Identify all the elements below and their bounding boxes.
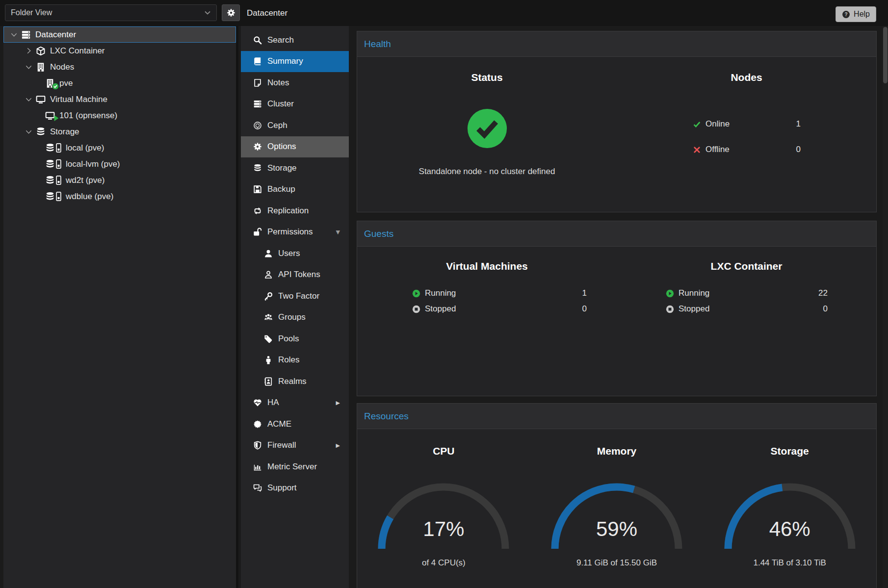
- play-circle-icon: [666, 289, 674, 298]
- running-label: Running: [425, 288, 456, 298]
- resources-panel-title: Resources: [357, 404, 876, 429]
- tree-item-wd2t[interactable]: wd2t (pve): [3, 172, 236, 188]
- nav-item-options[interactable]: Options: [241, 136, 349, 158]
- cpu-gauge: CPU 17% of 4 CPU(s): [357, 429, 530, 568]
- search-icon: [253, 36, 262, 45]
- nav-item-notes[interactable]: Notes: [241, 72, 349, 94]
- tree-item-virtual-machine[interactable]: Virtual Machine: [3, 91, 236, 107]
- storage-heading: Storage: [771, 445, 809, 457]
- comments-icon: [253, 484, 262, 492]
- tree-item-101-opnsense[interactable]: 101 (opnsense): [3, 107, 236, 124]
- hard-drive-icon: [56, 192, 61, 201]
- nav-item-groups[interactable]: Groups: [241, 307, 349, 329]
- lxc-stopped-row: Stopped 0: [666, 303, 828, 315]
- nodes-online-row: Online 1: [693, 117, 801, 131]
- memory-usage-percent: 59%: [548, 517, 685, 541]
- caret-down-icon[interactable]: [25, 63, 32, 71]
- nav-item-metric-server[interactable]: Metric Server: [241, 456, 349, 478]
- nav-item-ha[interactable]: HA ▶: [241, 392, 349, 414]
- scrollbar-thumb[interactable]: [883, 27, 888, 83]
- nav-item-summary[interactable]: Summary: [241, 51, 349, 73]
- caret-right-icon: ▶: [336, 400, 340, 406]
- stopped-label: Stopped: [425, 304, 456, 314]
- health-panel-title: Health: [357, 31, 876, 57]
- nav-item-api-tokens[interactable]: API Tokens: [241, 264, 349, 286]
- tree-item-pve[interactable]: pve: [3, 75, 236, 91]
- tree-item-label: Datacenter: [35, 30, 76, 40]
- status-heading: Status: [471, 72, 502, 83]
- hard-drive-icon: [56, 159, 61, 169]
- floppy-icon: [253, 185, 262, 194]
- tree-item-label: wdblue (pve): [66, 192, 113, 202]
- tree-item-lxc-container[interactable]: LXC Container: [3, 43, 236, 59]
- tree-item-local-lvm[interactable]: local-lvm (pve): [3, 156, 236, 172]
- gear-icon: [253, 142, 262, 151]
- tree-item-wdblue[interactable]: wdblue (pve): [3, 188, 236, 205]
- nav-item-users[interactable]: Users: [241, 243, 349, 264]
- nav-item-firewall[interactable]: Firewall ▶: [241, 435, 349, 457]
- user-outline-icon: [264, 270, 273, 279]
- lxc-container-heading: LXC Container: [711, 260, 783, 272]
- content-scrollbar[interactable]: [883, 26, 888, 588]
- nav-item-search[interactable]: Search: [241, 29, 349, 51]
- gear-icon: [227, 8, 235, 17]
- ceph-icon: [253, 121, 262, 130]
- nav-item-cluster[interactable]: Cluster: [241, 94, 349, 115]
- lxc-container-column: LXC Container Running 22 Stopped 0: [617, 260, 876, 315]
- times-icon: [693, 146, 701, 154]
- caret-down-icon[interactable]: [10, 31, 18, 38]
- nodes-offline-row: Offline 0: [693, 142, 801, 157]
- tree-item-local[interactable]: local (pve): [3, 140, 236, 156]
- nav-item-acme[interactable]: ACME: [241, 413, 349, 435]
- check-badge-icon: [52, 83, 59, 90]
- tree-item-label: Storage: [50, 127, 79, 137]
- caret-right-icon[interactable]: [25, 47, 32, 54]
- nav-item-realms[interactable]: Realms: [241, 371, 349, 392]
- online-count: 1: [796, 119, 801, 129]
- help-button[interactable]: ? Help: [836, 6, 876, 22]
- stop-circle-icon: [412, 305, 420, 313]
- online-label: Online: [705, 119, 730, 129]
- cluster-icon: [253, 100, 262, 108]
- tree-item-datacenter[interactable]: Datacenter: [3, 26, 236, 43]
- virtual-machines-heading: Virtual Machines: [446, 260, 528, 272]
- tree-item-nodes[interactable]: Nodes: [3, 59, 236, 75]
- nav-item-storage[interactable]: Storage: [241, 157, 349, 179]
- nav-item-support[interactable]: Support: [241, 478, 349, 499]
- nav-item-two-factor[interactable]: Two Factor: [241, 285, 349, 307]
- nav-item-roles[interactable]: Roles: [241, 350, 349, 371]
- summary-content: Health Status Standalone node - no clust…: [349, 26, 888, 588]
- memory-heading: Memory: [597, 445, 637, 457]
- monitor-icon: [36, 95, 46, 104]
- tree-item-label: local (pve): [66, 143, 104, 153]
- nav-item-pools[interactable]: Pools: [241, 328, 349, 350]
- caret-down-icon[interactable]: [25, 96, 32, 103]
- nav-item-replication[interactable]: Replication: [241, 200, 349, 222]
- tree-item-storage[interactable]: Storage: [3, 124, 236, 140]
- tree-item-label: pve: [59, 78, 73, 88]
- cpu-usage-percent: 17%: [375, 517, 512, 541]
- caret-down-icon[interactable]: [25, 128, 32, 135]
- nav-item-backup[interactable]: Backup: [241, 179, 349, 201]
- health-status-column: Status Standalone node - no cluster defi…: [357, 72, 617, 177]
- running-label: Running: [679, 288, 709, 298]
- nav-item-permissions[interactable]: Permissions ▼: [241, 222, 349, 243]
- tags-icon: [264, 334, 273, 343]
- guests-panel: Guests Virtual Machines Running 1 Stoppe…: [357, 221, 877, 396]
- tree-settings-button[interactable]: [222, 4, 240, 21]
- heartbeat-icon: [253, 398, 262, 407]
- offline-count: 0: [796, 145, 801, 154]
- play-circle-icon: [412, 289, 420, 298]
- svg-text:?: ?: [845, 12, 848, 17]
- tree-item-label: Virtual Machine: [50, 95, 107, 104]
- cluster-status-message: Standalone node - no cluster defined: [419, 167, 555, 177]
- memory-gauge-arc: [548, 480, 685, 553]
- nav-item-ceph[interactable]: Ceph: [241, 115, 349, 136]
- address-book-icon: [264, 377, 273, 386]
- lxc-stopped-count: 0: [823, 304, 828, 314]
- vm-stopped-count: 0: [582, 304, 587, 314]
- book-icon: [253, 57, 262, 66]
- cpu-gauge-arc: [375, 480, 512, 553]
- guests-panel-title: Guests: [357, 221, 876, 247]
- tree-view-select[interactable]: Folder View: [5, 4, 217, 21]
